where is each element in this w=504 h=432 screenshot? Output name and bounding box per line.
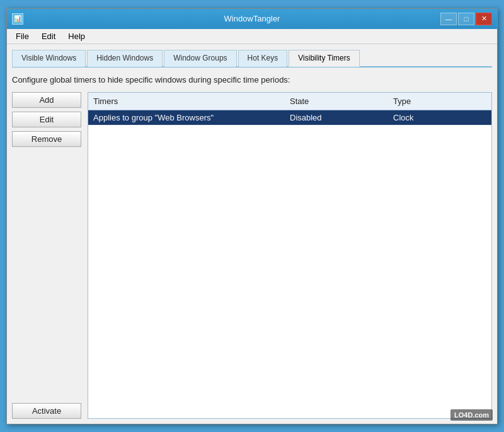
cell-state: Disabled [285,110,388,125]
description-text: Configure global timers to hide specific… [12,75,492,85]
timers-table: Timers State Type Applies to group "Web … [88,92,492,419]
app-icon: 📊 [12,13,23,25]
table-body: Applies to group "Web Browsers" Disabled… [88,110,491,418]
tab-hidden-windows[interactable]: Hidden Windows [87,50,163,67]
column-timers: Timers [88,95,285,107]
title-bar-left: 📊 [12,13,27,25]
tab-window-groups[interactable]: Window Groups [164,50,236,67]
content-area: Visible Windows Hidden Windows Window Gr… [7,44,497,424]
close-button[interactable]: ✕ [476,13,492,25]
cell-type: Clock [388,110,491,125]
minimize-button[interactable]: — [440,13,457,25]
menu-help[interactable]: Help [62,30,91,42]
title-bar: 📊 WindowTangler — □ ✕ [7,9,497,29]
action-buttons: Add Edit Remove Activate [12,92,81,419]
table-header: Timers State Type [88,93,491,110]
menu-file[interactable]: File [9,30,35,42]
tab-hot-keys[interactable]: Hot Keys [238,50,288,67]
table-row[interactable]: Applies to group "Web Browsers" Disabled… [88,110,491,126]
column-state: State [285,95,388,107]
activate-button[interactable]: Activate [12,403,81,419]
tab-visible-windows[interactable]: Visible Windows [12,50,86,67]
tab-visibility-timers[interactable]: Visibility Timers [289,50,359,67]
title-bar-title: WindowTangler [6,14,498,23]
add-button[interactable]: Add [12,92,81,108]
menu-bar: File Edit Help [7,29,497,44]
column-type: Type [388,95,491,107]
tab-bar: Visible Windows Hidden Windows Window Gr… [12,49,492,67]
main-section: Add Edit Remove Activate Timers State Ty… [12,92,492,419]
maximize-button[interactable]: □ [458,13,474,25]
main-window: 📊 WindowTangler — □ ✕ File Edit Help Vis… [6,8,498,424]
cell-timers: Applies to group "Web Browsers" [88,110,285,125]
remove-button[interactable]: Remove [12,131,81,147]
watermark: LO4D.com [450,409,493,421]
edit-button[interactable]: Edit [12,112,81,127]
title-bar-controls: — □ ✕ [440,13,492,25]
menu-edit[interactable]: Edit [35,30,62,42]
